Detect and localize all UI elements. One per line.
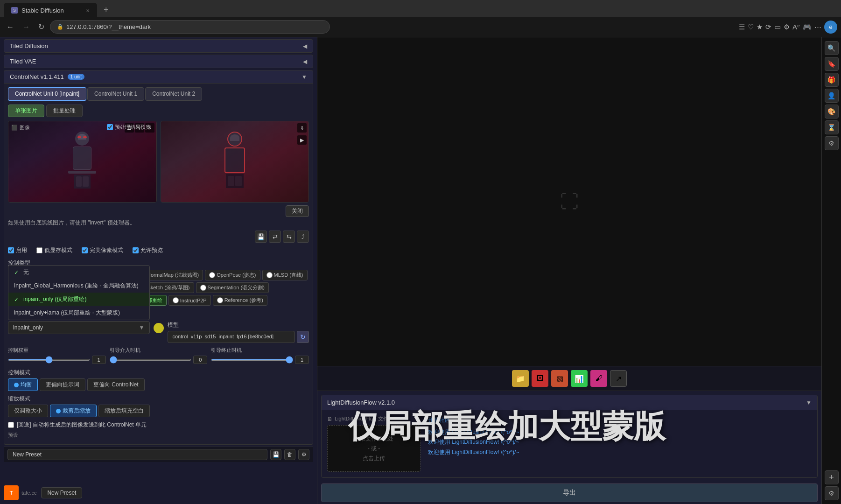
color-palette-icon[interactable]: 🎨 xyxy=(825,105,839,119)
refresh-btn[interactable]: ⟳ xyxy=(765,21,771,34)
preprocess-checkbox[interactable] xyxy=(107,124,113,130)
reload-btn[interactable]: ↻ xyxy=(35,21,47,33)
enable-checkbox[interactable]: 启用 xyxy=(8,246,27,254)
control-weight-value: 1 xyxy=(92,356,106,364)
tab-unit1[interactable]: ControlNet Unit 1 xyxy=(87,87,144,101)
new-tab-btn[interactable]: + xyxy=(98,3,114,17)
tool-sync-btn[interactable]: ⇄ xyxy=(269,231,281,243)
extensions-btn[interactable]: ☰ xyxy=(739,21,745,34)
edge-icon[interactable]: e xyxy=(824,21,837,34)
end-time-slider[interactable] xyxy=(211,359,293,361)
right-panel: ⛶ 📁 🖼 ▧ 📊 🖌 ↗ LightDiffusionFlow v2.1.0 … xyxy=(317,37,821,504)
controlnet-header: ControlNet v1.1.411 1 unit ▼ xyxy=(4,70,313,84)
tab-unit0[interactable]: ControlNet Unit 0 [Inpaint] xyxy=(8,87,86,101)
type-openpose[interactable]: OpenPose (姿态) xyxy=(205,270,260,280)
sidebar-settings-icon[interactable]: ⚙ xyxy=(825,136,839,150)
profile-btn[interactable]: ♡ xyxy=(748,21,754,34)
mode-prompt[interactable]: 更偏向提示词 xyxy=(40,378,85,391)
preproc-option-global[interactable]: Inpaint_Global_Harmonious (重绘 - 全局融合算法) xyxy=(8,279,149,293)
new-preset-bottom-btn[interactable]: New Preset xyxy=(41,487,82,498)
chart-btn[interactable]: 📊 xyxy=(571,370,588,387)
sub-tab-single[interactable]: 单张图片 xyxy=(8,105,44,117)
translate-btn[interactable]: Aᵉ xyxy=(792,21,800,34)
cast-btn[interactable]: ▭ xyxy=(774,21,781,34)
mode-balanced[interactable]: 均衡 xyxy=(8,378,38,391)
gift-icon[interactable]: 🎁 xyxy=(825,73,839,87)
info-line-1: 欢迎使用 LightDiffusionFlow! \(^o^)/~ xyxy=(428,427,812,438)
tab-close-btn[interactable]: × xyxy=(86,7,90,14)
preproc-option-none[interactable]: ✓ 无 xyxy=(8,266,149,279)
tab-unit2[interactable]: ControlNet Unit 2 xyxy=(145,87,202,101)
type-mlsd[interactable]: MLSD (直线) xyxy=(262,270,308,280)
community-link[interactable]: 开源社区 xyxy=(428,415,812,426)
back-btn[interactable]: ← xyxy=(4,21,17,33)
cursor-btn[interactable]: ↗ xyxy=(610,370,627,387)
preprocessor-dropdown[interactable]: inpaint_only ▼ xyxy=(8,321,150,334)
tiled-diffusion-collapse: ◀ xyxy=(303,43,307,49)
control-weight-slider[interactable] xyxy=(8,359,90,361)
star-btn[interactable]: ★ xyxy=(757,21,763,34)
url-bar[interactable]: 🔒 127.0.0.1:7860/?__theme=dark xyxy=(50,20,330,34)
left-image-area[interactable]: ⬛ 图像 ☰ ⍒ ✕ xyxy=(8,121,157,203)
ld-collapse: ▼ xyxy=(806,399,812,406)
dropdown-chevron: ▼ xyxy=(139,324,145,331)
model-refresh-btn[interactable]: ↻ xyxy=(297,331,309,343)
ld-content: 🗎 LightDiffusionFlow 文件 拖放文件至此处 - 或 - 点击… xyxy=(322,410,817,477)
type-reference[interactable]: Reference (参考) xyxy=(213,295,267,306)
preset-save-btn[interactable]: 💾 xyxy=(270,449,281,460)
preset-delete-btn[interactable]: 🗑 xyxy=(284,449,295,460)
person-icon[interactable]: 👤 xyxy=(825,89,839,103)
zoom-in-icon[interactable]: 🔍 xyxy=(825,41,839,55)
tool-file-btn[interactable]: 💾 xyxy=(255,231,267,243)
forward-btn[interactable]: → xyxy=(20,21,33,33)
preproc-option-inpaint-only[interactable]: ✓ inpaint_only (仅局部重绘) xyxy=(8,293,149,306)
image-btn[interactable]: 🖼 xyxy=(532,370,548,387)
gamebar-btn[interactable]: 🎮 xyxy=(803,21,812,34)
tool-swap-btn[interactable]: ⇆ xyxy=(283,231,295,243)
end-time-value: 1 xyxy=(295,356,309,364)
plus-icon[interactable]: + xyxy=(825,470,839,484)
preset-settings-btn[interactable]: ⚙ xyxy=(298,449,309,460)
tiled-diffusion-header[interactable]: Tiled Diffusion ◀ xyxy=(4,39,313,53)
ld-upload-area[interactable]: 拖放文件至此处 - 或 - 点击上传 xyxy=(327,425,420,472)
clock-icon[interactable]: ⌛ xyxy=(825,120,839,134)
bookmark-icon[interactable]: 🔖 xyxy=(825,57,839,71)
sub-tab-batch[interactable]: 批量处理 xyxy=(46,105,83,117)
low-vram-checkbox[interactable]: 低显存模式 xyxy=(36,246,72,254)
folder-btn[interactable]: 📁 xyxy=(512,370,529,387)
perfect-pixel-checkbox[interactable]: 完美像素模式 xyxy=(82,246,123,254)
ld-header[interactable]: LightDiffusionFlow v2.1.0 ▼ xyxy=(322,395,817,410)
mode-controlnet[interactable]: 更偏向 ControlNet xyxy=(87,378,145,391)
type-instructp2p[interactable]: InstructP2P xyxy=(168,295,211,306)
loopback-checkbox[interactable]: [回送] 自动将生成后的图像发送到此 ControlNet 单元 xyxy=(8,421,309,429)
play-btn[interactable]: ▶ xyxy=(297,135,307,145)
preset-dropdown[interactable]: New Preset xyxy=(7,449,267,460)
control-mode-section: 控制模式 均衡 更偏向提示词 更偏向 ControlNet xyxy=(8,369,309,391)
more-btn[interactable]: ⋯ xyxy=(814,21,821,34)
start-time-value: 0 xyxy=(193,356,207,364)
right-image-area-small[interactable]: ⇓ ▶ xyxy=(161,121,309,203)
model-dropdown[interactable]: control_v11p_sd15_inpaint_fp16 [be8bc0ed… xyxy=(168,331,295,343)
preproc-option-inpaint-lama[interactable]: inpaint_only+lama (仅局部重绘 - 大型蒙版) xyxy=(8,306,149,320)
browser-tab[interactable]: S Stable Diffusion × xyxy=(4,3,97,17)
export-section: 导出 xyxy=(321,483,818,502)
resize-mode-label: 缩放模式 xyxy=(8,395,309,403)
bottom-settings-icon[interactable]: ⚙ xyxy=(825,486,839,500)
type-segmentation[interactable]: Segmentation (语义分割) xyxy=(196,282,269,293)
resize-fill[interactable]: 缩放后填充空白 xyxy=(98,405,150,417)
layer-btn[interactable]: ▧ xyxy=(551,370,568,387)
close-image-btn[interactable]: 关闭 xyxy=(286,205,309,217)
ld-file-label: 🗎 LightDiffusionFlow 文件 xyxy=(327,415,420,422)
allow-preview-checkbox[interactable]: 允许预览 xyxy=(133,246,163,254)
tiled-vae-header[interactable]: Tiled VAE ◀ xyxy=(4,55,313,68)
resize-only[interactable]: 仅调整大小 xyxy=(8,405,48,417)
tool-send-btn[interactable]: ⤴ xyxy=(297,231,309,243)
settings2-btn[interactable]: ⚙ xyxy=(784,21,790,34)
controlnet-collapse[interactable]: ▼ xyxy=(301,74,307,80)
resize-crop[interactable]: 裁剪后缩放 xyxy=(50,405,97,417)
brush-btn[interactable]: 🖌 xyxy=(590,370,607,387)
download-btn[interactable]: ⇓ xyxy=(297,123,307,133)
preprocessor-dropdown-menu: ✓ 无 Inpaint_Global_Harmonious (重绘 - 全局融合… xyxy=(8,265,150,320)
start-time-slider[interactable] xyxy=(110,359,192,361)
export-btn[interactable]: 导出 xyxy=(321,483,818,502)
